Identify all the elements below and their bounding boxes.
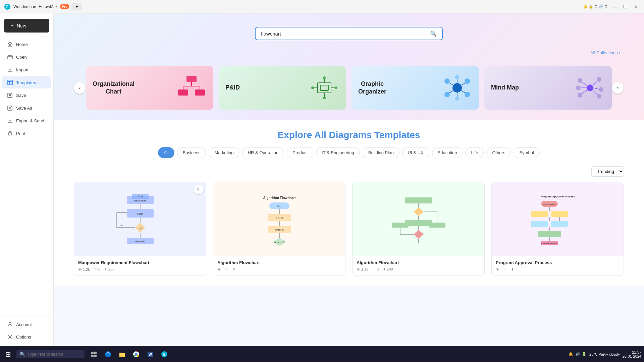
template-card-graphic-organizer[interactable]: GraphicOrganizer	[352, 66, 479, 110]
sidebar-item-templates[interactable]: Templates	[2, 76, 51, 88]
template-item-manpower[interactable]: Data Input Start HDD No Pending	[74, 182, 206, 276]
all-collections-link[interactable]: All Collections ›	[590, 50, 621, 55]
maximize-button[interactable]: ⧠	[621, 3, 629, 11]
svg-point-25	[444, 78, 450, 84]
filter-symbol[interactable]: Symbol	[514, 147, 539, 158]
app-title: Wondershare EdrawMax	[13, 4, 58, 9]
template-stats-manpower: 👁 1.2k ♡ 8 ⬇ 208	[78, 267, 202, 272]
sidebar-item-save[interactable]: Save	[2, 89, 51, 101]
filter-building[interactable]: Building Plan	[363, 147, 399, 158]
template-stats-program-approval: 👁 ♡ ⬇	[496, 267, 620, 272]
template-card-org-chart[interactable]: OrganizationalChart	[86, 66, 213, 110]
template-info-program-approval: Program Approval Process 👁 ♡ ⬇	[492, 256, 624, 276]
template-item-program-approval[interactable]: Program Approval Process Rector Meeting	[491, 182, 624, 276]
new-button[interactable]: ＋ New	[4, 19, 49, 33]
template-thumb-manpower: Data Input Start HDD No Pending	[74, 182, 206, 256]
svg-line-31	[449, 83, 453, 85]
app-icon: E	[4, 3, 11, 10]
search-input[interactable]	[261, 31, 424, 37]
sidebar-item-account[interactable]: Account	[2, 318, 51, 330]
filter-ui[interactable]: UI & UX	[402, 147, 429, 158]
slider-next-button[interactable]: ›	[612, 82, 624, 94]
taskbar-icons: W E	[87, 348, 171, 361]
svg-point-29	[455, 75, 459, 79]
svg-point-39	[597, 77, 601, 82]
template-name-manpower: Manpower Requirement Flowchart	[78, 260, 202, 265]
word-icon[interactable]: W	[144, 348, 157, 361]
svg-point-24	[452, 83, 462, 93]
svg-point-28	[465, 92, 470, 97]
network-icon: 🔔	[569, 352, 573, 356]
svg-rect-113	[94, 355, 97, 357]
template-stats-algorithm2: 👁 1.2k ♡ 8 ⬇ 208	[357, 267, 480, 272]
template-cards-container: OrganizationalChart	[86, 66, 612, 110]
filter-life[interactable]: Life	[465, 147, 484, 158]
svg-text:Start: Start	[276, 205, 282, 208]
svg-rect-100	[551, 211, 568, 217]
taskbar-search-input[interactable]	[28, 352, 81, 357]
sidebar-item-save-as[interactable]: Save As	[2, 102, 51, 114]
filter-hr[interactable]: HR & Operation	[242, 147, 284, 158]
minimize-button[interactable]: —	[610, 3, 619, 11]
mind-map-illustration	[575, 74, 605, 101]
svg-text:Rector Meeting: Rector Meeting	[542, 203, 556, 205]
svg-text:is x even?: is x even?	[274, 241, 285, 243]
filter-product[interactable]: Product	[287, 147, 313, 158]
title-bar: E Wondershare EdrawMax Pro + 🔔 🔒 ⚙ 🔗 ⚙ —…	[0, 0, 644, 13]
org-chart-illustration	[176, 74, 207, 101]
task-view-button[interactable]	[87, 348, 101, 361]
template-card-mind-map[interactable]: Mind Map	[484, 66, 612, 110]
svg-line-48	[582, 90, 587, 94]
svg-text:E: E	[163, 353, 166, 356]
svg-point-38	[578, 78, 582, 83]
filter-marketing[interactable]: Marketing	[209, 147, 239, 158]
filter-it[interactable]: IT & Engineering	[316, 147, 360, 158]
sidebar-item-options[interactable]: Options	[2, 331, 51, 343]
template-card-pid[interactable]: P&ID	[219, 66, 346, 110]
template-item-algorithm2[interactable]: Algorithm Flowchart 👁 1.2k ♡ 8 ⬇ 208	[352, 182, 485, 276]
svg-line-34	[461, 90, 465, 93]
edge-browser-icon[interactable]	[101, 348, 115, 361]
print-icon	[7, 131, 13, 136]
sidebar-item-import[interactable]: Import	[2, 64, 51, 76]
svg-rect-90	[429, 223, 445, 228]
template-icon	[7, 80, 13, 85]
slider-prev-button[interactable]: ‹	[74, 82, 86, 94]
search-button[interactable]: 🔍	[430, 31, 437, 37]
template-info-manpower: Manpower Requirement Flowchart 👁 1.2k ♡ …	[74, 256, 206, 276]
template-thumb-algorithm1: Algorithm Flowchart Start S = 15 enter x	[213, 182, 345, 256]
taskbar-right: 🔔 🔊 🔋 23°C Partly cloudy 21:37 20-01-202…	[569, 350, 641, 358]
file-explorer-icon[interactable]	[115, 348, 129, 361]
add-tab-button[interactable]: +	[71, 3, 82, 10]
system-tray: 🔔 🔊 🔋	[569, 352, 587, 356]
svg-point-21	[335, 86, 337, 89]
window-controls: 🔔 🔒 ⚙ 🔗 ⚙ — ⧠ ✕	[583, 3, 640, 11]
svg-rect-106	[538, 231, 561, 237]
filter-business[interactable]: Business	[177, 147, 206, 158]
sidebar-item-home[interactable]: Home	[2, 38, 51, 50]
chrome-icon[interactable]	[129, 348, 143, 361]
template-item-algorithm1[interactable]: Algorithm Flowchart Start S = 15 enter x	[213, 182, 345, 276]
filter-all[interactable]: All	[158, 147, 174, 158]
start-button[interactable]: ⊞	[3, 349, 14, 360]
taskbar-search: 🔍	[16, 350, 85, 358]
taskbar-search-icon: 🔍	[20, 352, 25, 357]
svg-text:W: W	[149, 353, 152, 357]
sidebar-item-print[interactable]: Print	[2, 127, 51, 139]
time-display: 21:37	[623, 350, 641, 354]
sidebar-item-export[interactable]: Export & Send	[2, 115, 51, 127]
search-divider	[427, 30, 427, 37]
filter-education[interactable]: Education	[432, 147, 463, 158]
favorite-manpower-button[interactable]: ♡	[194, 185, 203, 194]
pid-illustration	[309, 74, 339, 101]
edrawmax-taskbar-icon[interactable]: E	[158, 348, 171, 361]
import-icon	[7, 67, 13, 72]
svg-text:Board of Directors: Board of Directors	[541, 243, 557, 245]
svg-line-45	[593, 81, 597, 85]
sort-select[interactable]: Trending Newest Popular	[591, 166, 624, 177]
filter-others[interactable]: Others	[486, 147, 511, 158]
template-info-algorithm2: Algorithm Flowchart 👁 1.2k ♡ 8 ⬇ 208	[353, 256, 484, 276]
svg-line-32	[461, 83, 465, 85]
sidebar-item-open[interactable]: Open	[2, 51, 51, 63]
close-button[interactable]: ✕	[632, 3, 640, 11]
